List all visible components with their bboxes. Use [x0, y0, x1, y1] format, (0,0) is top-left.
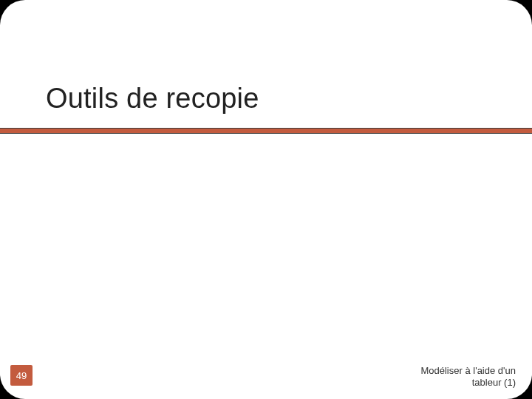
slide: Outils de recopie 49 Modéliser à l'aide … — [0, 0, 532, 399]
slide-title: Outils de recopie — [46, 83, 259, 115]
page-number-badge: 49 — [10, 365, 33, 386]
divider — [0, 128, 532, 134]
footer-text: Modéliser à l'aide d'un tableur (1) — [398, 365, 516, 389]
